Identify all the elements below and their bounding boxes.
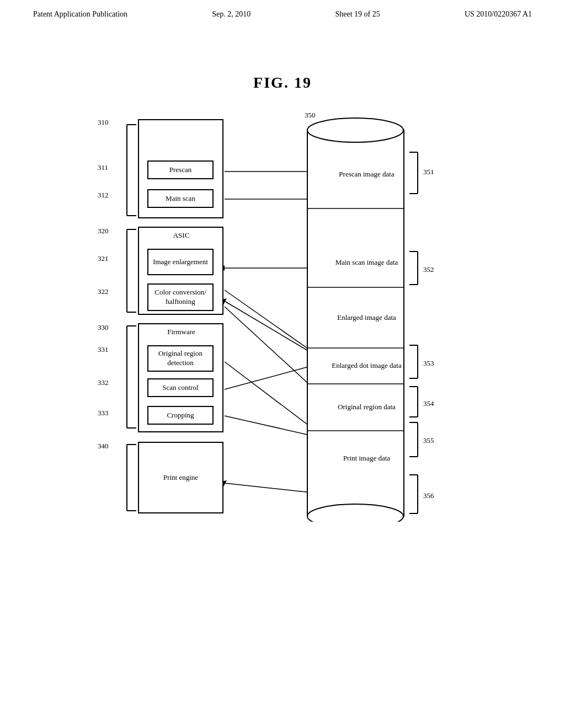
header-right: US 2010/0220367 A1 bbox=[465, 10, 532, 19]
label-351: 351 bbox=[423, 168, 434, 176]
scan-control-label: Scan control bbox=[162, 383, 198, 393]
prescan-image-data-label: Prescan image data bbox=[339, 169, 394, 179]
print-image-data-label: Print image data bbox=[343, 453, 390, 463]
image-enlargement-label: Image enlargement bbox=[153, 258, 208, 267]
header-sheet: Sheet 19 of 25 bbox=[335, 10, 380, 19]
prescan-label: Prescan bbox=[169, 165, 191, 175]
color-conversion-label: Color conversion/ halftoning bbox=[148, 288, 212, 307]
enlarged-dot-image-data-box: Enlarged dot image data bbox=[327, 348, 407, 384]
print-engine-label: Print engine bbox=[163, 473, 198, 483]
main-scan-image-data-label: Main scan image data bbox=[335, 258, 398, 267]
label-355: 355 bbox=[423, 436, 434, 445]
header-center: Sep. 2, 2010 bbox=[212, 10, 250, 19]
label-352: 352 bbox=[423, 265, 434, 274]
asic-label: ASIC bbox=[173, 231, 190, 240]
cropping-label: Cropping bbox=[167, 411, 194, 420]
original-region-data-box: Original region data bbox=[327, 387, 407, 428]
label-332: 332 bbox=[98, 378, 109, 387]
label-330: 330 bbox=[98, 323, 109, 332]
label-311: 311 bbox=[98, 163, 108, 172]
diagram-container: 310 311 312 320 321 322 330 331 332 333 … bbox=[89, 108, 476, 604]
color-conversion-box: Color conversion/ halftoning bbox=[147, 283, 214, 311]
label-333: 333 bbox=[98, 409, 109, 417]
label-356: 356 bbox=[423, 491, 434, 500]
original-region-data-label: Original region data bbox=[338, 402, 396, 412]
prescan-image-data-box: Prescan image data bbox=[327, 147, 407, 202]
label-353: 353 bbox=[423, 359, 434, 368]
header-left: Patent Application Publication bbox=[33, 10, 127, 19]
prescan-box: Prescan bbox=[147, 160, 214, 179]
svg-point-50 bbox=[307, 118, 403, 142]
scan-control-box: Scan control bbox=[147, 378, 214, 397]
firmware-label: Firmware bbox=[167, 328, 195, 337]
cropping-box: Cropping bbox=[147, 406, 214, 425]
original-region-detection-label: Original region detection bbox=[148, 349, 212, 368]
label-320: 320 bbox=[98, 227, 109, 235]
label-354: 354 bbox=[423, 399, 434, 408]
label-322: 322 bbox=[98, 287, 109, 296]
print-image-data-box: Print image data bbox=[327, 433, 407, 483]
enlarged-dot-image-data-label: Enlarged dot image data bbox=[332, 361, 401, 371]
original-region-detection-box: Original region detection bbox=[147, 345, 214, 372]
label-310: 310 bbox=[98, 118, 109, 127]
figure-title: FIG. 19 bbox=[0, 74, 565, 92]
enlarged-image-data-label: Enlarged image data bbox=[337, 313, 396, 323]
print-engine-box: Print engine bbox=[138, 442, 223, 513]
main-scan-image-data-box: Main scan image data bbox=[327, 240, 407, 285]
label-331: 331 bbox=[98, 345, 109, 354]
label-340: 340 bbox=[98, 442, 109, 451]
enlarged-image-data-box: Enlarged image data bbox=[327, 293, 407, 342]
label-312: 312 bbox=[98, 191, 109, 200]
image-enlargement-box: Image enlargement bbox=[147, 249, 214, 275]
main-scan-box: Main scan bbox=[147, 189, 214, 208]
label-321: 321 bbox=[98, 254, 109, 263]
page-header: Patent Application Publication Sep. 2, 2… bbox=[0, 0, 565, 19]
main-scan-label: Main scan bbox=[166, 194, 195, 204]
